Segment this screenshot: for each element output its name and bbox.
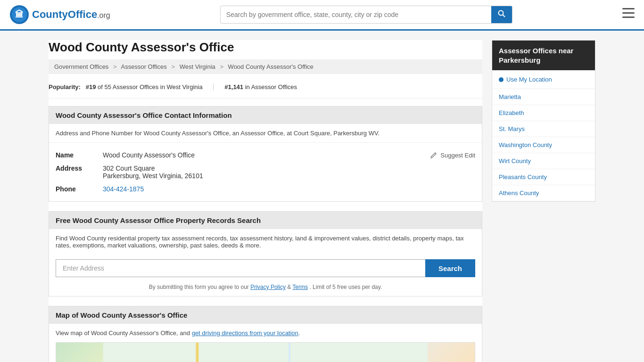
phone-link[interactable]: 304-424-1875	[103, 185, 144, 193]
driving-directions-link[interactable]: get driving directions from your locatio…	[192, 329, 298, 337]
popularity-bar: Popularity: #19 of 55 Assessor Offices i…	[49, 80, 482, 99]
sidebar: Assessor Offices near Parkersburg Use My…	[492, 40, 595, 362]
svg-rect-6	[622, 12, 635, 14]
hamburger-icon	[622, 8, 635, 18]
address-label: Address	[56, 165, 103, 172]
property-search-header: Free Wood County Assessor Office Propert…	[49, 212, 482, 229]
popularity-rank2: #1,141	[224, 83, 243, 90]
svg-rect-11	[289, 343, 290, 362]
map-desc-suffix: .	[298, 329, 300, 337]
map-svg	[56, 343, 475, 362]
svg-point-3	[498, 11, 503, 16]
global-search-button[interactable]	[491, 6, 512, 23]
suggest-edit-label: Suggest Edit	[440, 152, 475, 159]
suggest-edit-button[interactable]: Suggest Edit	[430, 151, 475, 159]
property-search-description: Find Wood County residential property ta…	[49, 229, 482, 255]
contact-section-header: Wood County Assessor's Office Contact In…	[49, 107, 482, 124]
terms-link[interactable]: Terms	[292, 284, 308, 290]
form-disclaimer: By submitting this form you agree to our…	[49, 282, 482, 296]
breadcrumb-sep-3: >	[220, 63, 223, 70]
property-search-button[interactable]: Search	[425, 259, 475, 277]
global-search-bar	[220, 6, 512, 24]
main-container: Wood County Assessor's Office Government…	[39, 31, 605, 362]
contact-name-row: Name Wood County Assessor's Office Sugge…	[56, 148, 475, 162]
map-placeholder[interactable]: Wood County, WV Economic Development	[56, 342, 475, 362]
svg-rect-8	[103, 343, 428, 362]
sidebar-link-wirt-county[interactable]: Wirt County	[492, 153, 595, 169]
sidebar-link-athens-county[interactable]: Athens County	[492, 185, 595, 201]
content-area: Wood County Assessor's Office Government…	[49, 40, 482, 362]
address-line2: Parkersburg, West Virginia, 26101	[103, 172, 203, 180]
disclaimer-text: By submitting this form you agree to our	[149, 284, 249, 290]
sidebar-box: Assessor Offices near Parkersburg Use My…	[492, 40, 595, 202]
location-dot-icon	[499, 77, 504, 82]
name-label: Name	[56, 151, 103, 159]
popularity-rank2-suffix: in Assessor Offices	[243, 83, 297, 90]
popularity-rank1: #19	[86, 83, 96, 90]
hamburger-menu-button[interactable]	[622, 8, 635, 21]
svg-rect-10	[196, 343, 199, 362]
contact-description: Address and Phone Number for Wood County…	[49, 124, 482, 143]
phone-label: Phone	[56, 185, 103, 193]
property-search-section: Free Wood County Assessor Office Propert…	[49, 211, 482, 296]
svg-rect-7	[622, 16, 635, 18]
use-my-location-link[interactable]: Use My Location	[492, 70, 595, 89]
map-description: View map of Wood County Assessor's Offic…	[49, 324, 482, 342]
page-title: Wood County Assessor's Office	[49, 40, 482, 55]
contact-address-row: Address 302 Court Square Parkersburg, We…	[56, 162, 475, 182]
breadcrumb-item-west-virginia[interactable]: West Virginia	[180, 63, 215, 70]
popularity-label: Popularity:	[49, 83, 81, 90]
sidebar-link-st-marys[interactable]: St. Marys	[492, 121, 595, 137]
use-location-label: Use My Location	[506, 76, 552, 83]
map-desc-text: View map of Wood County Assessor's Offic…	[56, 329, 190, 337]
and-text: &	[287, 284, 292, 290]
phone-value: 304-424-1875	[103, 185, 144, 193]
breadcrumb: Government Offices > Assessor Offices > …	[49, 59, 482, 74]
breadcrumb-sep-1: >	[113, 63, 117, 70]
contact-phone-row: Phone 304-424-1875	[56, 182, 475, 196]
breadcrumb-item-government-offices[interactable]: Government Offices	[54, 63, 108, 70]
address-value: 302 Court Square Parkersburg, West Virgi…	[103, 165, 203, 180]
map-section: Map of Wood County Assessor's Office Vie…	[49, 306, 482, 362]
logo-text: CountyOffice.org	[32, 8, 110, 21]
address-line1: 302 Court Square	[103, 165, 203, 172]
global-search-input[interactable]	[221, 7, 491, 22]
svg-line-4	[503, 15, 505, 17]
property-search-form: Search	[49, 255, 482, 282]
sidebar-link-pleasants-county[interactable]: Pleasants County	[492, 169, 595, 185]
limit-text: . Limit of 5 free uses per day.	[309, 284, 382, 290]
name-value: Wood County Assessor's Office	[103, 151, 195, 159]
sidebar-link-washington-county[interactable]: Washington County	[492, 137, 595, 153]
map-section-header: Map of Wood County Assessor's Office	[49, 306, 482, 324]
search-icon	[498, 10, 505, 17]
logo-icon: 🏛	[9, 5, 29, 25]
contact-table: Name Wood County Assessor's Office Sugge…	[49, 143, 482, 201]
site-header: 🏛 CountyOffice.org	[0, 0, 644, 31]
edit-icon	[430, 151, 438, 159]
address-search-input[interactable]	[56, 259, 425, 277]
popularity-rank1-suffix: of 55 Assessor Offices in West Virginia	[96, 83, 202, 90]
svg-rect-5	[622, 8, 635, 9]
svg-text:🏛: 🏛	[15, 9, 24, 19]
privacy-policy-link[interactable]: Privacy Policy	[250, 284, 286, 290]
logo[interactable]: 🏛 CountyOffice.org	[9, 5, 110, 25]
sidebar-link-elizabeth[interactable]: Elizabeth	[492, 105, 595, 121]
breadcrumb-item-wood-county[interactable]: Wood County Assessor's Office	[228, 63, 314, 70]
sidebar-header: Assessor Offices near Parkersburg	[492, 41, 595, 70]
sidebar-link-marietta[interactable]: Marietta	[492, 89, 595, 105]
breadcrumb-item-assessor-offices[interactable]: Assessor Offices	[121, 63, 167, 70]
contact-section: Wood County Assessor's Office Contact In…	[49, 106, 482, 202]
breadcrumb-sep-2: >	[171, 63, 175, 70]
